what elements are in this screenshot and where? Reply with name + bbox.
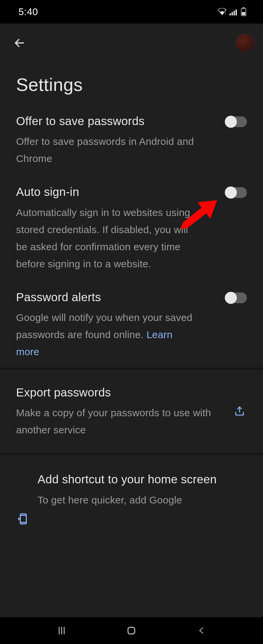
profile-avatar[interactable] bbox=[236, 34, 254, 52]
home-icon bbox=[126, 626, 136, 636]
toggle-password-alerts[interactable] bbox=[225, 292, 247, 303]
statusbar-time: 5:40 bbox=[18, 6, 38, 17]
back-nav-button[interactable] bbox=[193, 623, 209, 639]
svg-rect-16 bbox=[128, 627, 135, 634]
recents-button[interactable] bbox=[54, 623, 70, 639]
svg-rect-3 bbox=[232, 12, 233, 15]
setting-text: Export passwords Make a copy of your pas… bbox=[16, 384, 232, 438]
setting-export-passwords[interactable]: Export passwords Make a copy of your pas… bbox=[0, 370, 263, 453]
back-button[interactable] bbox=[11, 35, 27, 51]
wifi-icon: 6 + bbox=[217, 8, 227, 15]
setting-title: Offer to save passwords bbox=[16, 113, 219, 129]
svg-rect-2 bbox=[229, 13, 231, 15]
export-icon bbox=[234, 406, 245, 417]
toggle-auto-sign-in[interactable] bbox=[225, 187, 247, 198]
setting-text: Auto sign-in Automatically sign in to we… bbox=[16, 184, 225, 272]
app-header bbox=[0, 23, 263, 62]
statusbar-icons: 6 + bbox=[217, 7, 246, 16]
status-bar: 5:40 6 + bbox=[0, 0, 263, 23]
setting-offer-to-save-passwords[interactable]: Offer to save passwords Offer to save pa… bbox=[0, 104, 263, 174]
signal-icon bbox=[229, 8, 238, 15]
setting-add-shortcut[interactable]: Add shortcut to your home screen To get … bbox=[0, 455, 263, 526]
setting-desc: Automatically sign in to websites using … bbox=[16, 204, 197, 272]
arrow-left-icon bbox=[13, 37, 25, 49]
add-to-homescreen-icon bbox=[17, 513, 29, 525]
svg-text:6: 6 bbox=[225, 9, 226, 11]
setting-desc: Make a copy of your passwords to use wit… bbox=[16, 404, 217, 438]
recents-icon bbox=[57, 626, 67, 636]
setting-title: Password alerts bbox=[16, 289, 219, 305]
page-title: Settings bbox=[0, 62, 263, 104]
export-button[interactable] bbox=[232, 404, 247, 419]
setting-title: Add shortcut to your home screen bbox=[38, 470, 250, 489]
setting-text: Offer to save passwords Offer to save pa… bbox=[16, 113, 225, 167]
navigation-bar bbox=[0, 617, 263, 644]
setting-title: Export passwords bbox=[16, 384, 225, 400]
back-nav-icon bbox=[197, 626, 205, 636]
setting-text: Password alerts Google will notify you w… bbox=[16, 289, 225, 360]
setting-desc: To get here quicker, add Google bbox=[38, 491, 250, 508]
svg-rect-8 bbox=[242, 12, 245, 15]
setting-text: Add shortcut to your home screen To get … bbox=[38, 470, 250, 508]
toggle-offer-to-save-passwords[interactable] bbox=[225, 116, 247, 127]
toggle-knob bbox=[225, 186, 237, 199]
setting-desc: Offer to save passwords in Android and C… bbox=[16, 133, 197, 167]
setting-auto-sign-in[interactable]: Auto sign-in Automatically sign in to we… bbox=[0, 174, 263, 279]
setting-password-alerts[interactable]: Password alerts Google will notify you w… bbox=[0, 280, 263, 368]
svg-rect-4 bbox=[234, 11, 235, 15]
svg-text:+: + bbox=[225, 12, 226, 15]
toggle-knob bbox=[225, 116, 237, 128]
app-content: Settings Offer to save passwords Offer t… bbox=[0, 23, 263, 617]
battery-icon bbox=[241, 7, 246, 16]
toggle-knob bbox=[225, 292, 237, 304]
setting-title: Auto sign-in bbox=[16, 184, 219, 200]
svg-rect-5 bbox=[236, 9, 237, 15]
shortcut-icon-wrap bbox=[17, 513, 29, 526]
home-button[interactable] bbox=[123, 623, 139, 639]
setting-desc: Google will notify you when your saved p… bbox=[16, 309, 197, 360]
